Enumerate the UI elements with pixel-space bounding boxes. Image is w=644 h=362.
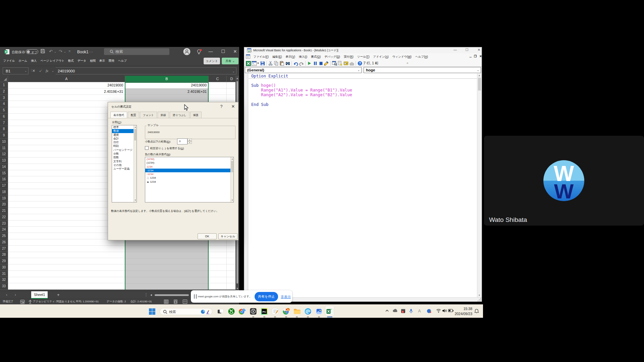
normal-view-icon[interactable] xyxy=(164,300,168,304)
status-count[interactable]: データの個数: 2 xyxy=(107,299,126,304)
taskbar-clock[interactable]: 15:38 2024/09/23 xyxy=(454,306,472,316)
row-header-17[interactable]: 17 xyxy=(0,183,8,189)
share-button[interactable]: 共有 ⌄ xyxy=(222,58,238,64)
row-header-31[interactable]: 31 xyxy=(0,271,8,277)
cell-A2[interactable]: 2.4019E+31 xyxy=(8,88,123,95)
row-header-10[interactable]: 10 xyxy=(0,139,8,145)
row-header-14[interactable]: 14 xyxy=(0,164,8,170)
column-header-B[interactable]: B xyxy=(125,76,209,82)
toolbar-options-icon[interactable]: ⌅ xyxy=(407,61,409,65)
status-accessibility[interactable]: アクセシビリティ: 問題ありません xyxy=(33,299,75,304)
dialog-tab-保護[interactable]: 保護 xyxy=(190,112,202,118)
vba-menu-表示[interactable]: 表示(V) xyxy=(284,53,297,60)
name-box[interactable]: B1 ⌄ xyxy=(3,67,29,74)
paste-icon[interactable] xyxy=(279,61,285,66)
row-header-23[interactable]: 23 xyxy=(0,221,8,227)
spin-up-icon[interactable]: ▲ xyxy=(187,138,192,141)
calendar-badge-icon[interactable]: 1 xyxy=(401,309,406,313)
stop-sharing-button[interactable]: 共有を停止 xyxy=(255,292,278,301)
column-header-A[interactable]: A xyxy=(8,76,125,82)
help-icon[interactable]: ? xyxy=(357,61,363,66)
negative-numbers-list[interactable]: (1234)(1234)1234-1234-1234△ 1234▲ 1234 ▲… xyxy=(145,157,234,202)
category-item-指数[interactable]: 指数 xyxy=(112,156,137,159)
onedrive-icon[interactable] xyxy=(392,309,398,312)
row-header-26[interactable]: 26 xyxy=(0,239,8,246)
row-header-32[interactable]: 32 xyxy=(0,277,8,283)
row-header-28[interactable]: 28 xyxy=(0,252,8,258)
next-sheet-icon[interactable]: › xyxy=(15,293,16,297)
redo-icon[interactable]: ↷ xyxy=(59,49,62,54)
module-icon[interactable] xyxy=(246,54,250,59)
row-header-27[interactable]: 27 xyxy=(0,246,8,252)
ribbon-tab-挿入[interactable]: 挿入 xyxy=(29,56,39,66)
category-item-その他[interactable]: その他 xyxy=(112,163,137,167)
horizontal-scroll-thumb[interactable] xyxy=(155,294,189,296)
save-icon[interactable] xyxy=(260,61,265,66)
column-header-C[interactable]: C xyxy=(209,76,227,82)
undo-chevron-icon[interactable]: ⌄ xyxy=(54,50,56,53)
formula-expand-icon[interactable]: ⌄ xyxy=(232,68,235,75)
row-header-24[interactable]: 24 xyxy=(0,227,8,233)
cell-B2[interactable]: 2.4019E+31 xyxy=(125,88,207,95)
participant-tile[interactable]: W W Wato Shibata xyxy=(484,136,644,226)
ribbon-tab-数式[interactable]: 数式 xyxy=(66,56,75,66)
code-pane[interactable]: Option ExplicitSub hoge() Range("A1").Va… xyxy=(244,73,482,297)
code-vertical-scrollbar[interactable]: ▲ ▼ xyxy=(477,73,481,297)
row-header-7[interactable]: 7 xyxy=(0,120,8,126)
vba-menu-ヘルプ[interactable]: ヘルプ(H) xyxy=(413,53,430,60)
category-item-分数[interactable]: 分数 xyxy=(112,152,137,156)
vba-menu-ツール[interactable]: ツール(T) xyxy=(355,53,371,60)
row-header-3[interactable]: 3 xyxy=(0,95,8,101)
negative-format-item-0[interactable]: (1234) xyxy=(145,157,233,161)
hide-link[interactable]: 非表示 xyxy=(281,295,291,299)
row-header-16[interactable]: 16 xyxy=(0,176,8,183)
row-header-33[interactable]: 33 xyxy=(0,283,8,290)
negative-format-item-4[interactable]: -1234 xyxy=(145,172,233,176)
battery-icon[interactable] xyxy=(448,309,453,312)
negative-list-scrollbar[interactable]: ▲ ▼ xyxy=(230,157,233,202)
procedure-dropdown[interactable]: hoge⌄ xyxy=(364,67,481,73)
row-header-18[interactable]: 18 xyxy=(0,189,8,195)
row-header-9[interactable]: 9 xyxy=(0,132,8,139)
formula-input[interactable]: 24019000 ⌄ xyxy=(56,67,236,74)
design-mode-icon[interactable] xyxy=(324,61,329,66)
copy-icon[interactable] xyxy=(273,61,279,66)
object-dropdown[interactable]: (General)⌄ xyxy=(245,67,362,73)
decimal-spinner[interactable]: ▲ ▼ xyxy=(187,138,192,144)
add-sheet-button[interactable]: + xyxy=(57,292,60,297)
qat-customize-icon[interactable]: ⌅ xyxy=(68,49,70,53)
category-list-scrollbar[interactable]: ▲ ▼ xyxy=(133,125,137,202)
cut-icon[interactable] xyxy=(268,61,273,66)
row-header-12[interactable]: 12 xyxy=(0,151,8,158)
category-item-文字列[interactable]: 文字列 xyxy=(112,160,137,163)
ribbon-tab-ホーム[interactable]: ホーム xyxy=(17,56,29,66)
category-item-数値[interactable]: 数値 xyxy=(112,129,137,133)
excel-app-icon[interactable] xyxy=(4,49,9,54)
pause-icon[interactable] xyxy=(312,61,318,66)
excel-icon[interactable] xyxy=(246,61,251,66)
vba-menu-挿入[interactable]: 挿入(I) xyxy=(297,53,309,60)
row-header-21[interactable]: 21 xyxy=(0,208,8,214)
insert-object-icon[interactable] xyxy=(251,61,257,66)
autosave-toggle[interactable]: オフ xyxy=(26,49,38,54)
sheet-options-icon[interactable]: ⋮ xyxy=(144,293,148,297)
undo-icon[interactable]: ↶ xyxy=(49,49,53,54)
row-header-30[interactable]: 30 xyxy=(0,264,8,271)
sheet-tab-sheet1[interactable]: Sheet1 xyxy=(31,291,48,299)
object-browser-icon[interactable] xyxy=(343,61,349,66)
category-item-時刻[interactable]: 時刻 xyxy=(112,144,137,148)
cell-A1[interactable]: 24019000 xyxy=(8,82,123,88)
project-explorer-icon[interactable] xyxy=(332,61,337,66)
status-mode[interactable]: 準備完了 xyxy=(3,299,13,304)
dialog-tab-表示形式[interactable]: 表示形式 xyxy=(110,112,127,118)
code-restore-icon[interactable]: ❐ xyxy=(473,55,478,58)
notification-bell-icon[interactable] xyxy=(474,309,479,314)
vba-menu-ウィンドウ[interactable]: ウィンドウ(W) xyxy=(390,53,413,60)
category-list[interactable]: 標準数値通貨会計日付時刻パーセンテージ分数指数文字列その他ユーザー定義 ▲ ▼ xyxy=(112,125,137,202)
scroll-left-icon[interactable]: ◀ xyxy=(150,293,152,297)
category-item-日付[interactable]: 日付 xyxy=(112,140,137,144)
microphone-icon[interactable] xyxy=(409,309,413,313)
run-icon[interactable] xyxy=(307,61,312,66)
dialog-tab-塗りつぶし[interactable]: 塗りつぶし xyxy=(170,112,190,118)
row-header-29[interactable]: 29 xyxy=(0,258,8,264)
